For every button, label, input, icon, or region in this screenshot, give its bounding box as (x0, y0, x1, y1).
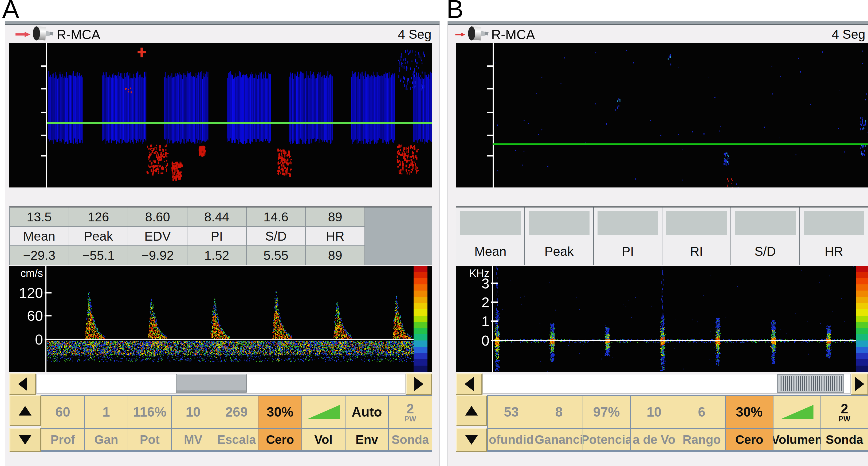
table-value-top: 8.44 (187, 208, 246, 226)
control-value-cell[interactable] (774, 396, 820, 428)
control-value-cell[interactable]: 8 (535, 396, 582, 428)
scroll-right-button[interactable] (406, 373, 432, 395)
control-value-cell[interactable]: 60 (41, 396, 84, 428)
table-label: S/D (731, 239, 799, 264)
depth-cursor-line[interactable] (493, 144, 868, 145)
control-value-cell[interactable]: 1 (85, 396, 128, 428)
depth-axis-tick (41, 65, 47, 67)
step-up-button[interactable] (9, 395, 41, 426)
table-value-box (804, 211, 864, 235)
volume-ramp-icon (780, 405, 813, 419)
control-label-cell[interactable]: Potencia (583, 429, 630, 450)
table-value-box (666, 211, 727, 235)
spectral-plot-canvas (47, 266, 413, 372)
value-stepper (9, 395, 41, 452)
down-triangle-icon (19, 435, 31, 445)
control-value-sub: PW (839, 415, 850, 423)
control-value-cell[interactable]: 116% (128, 396, 171, 428)
control-label-cell[interactable]: Pot (128, 429, 171, 450)
control-label-cell[interactable]: Prof (41, 429, 84, 450)
vessel-label: R-MCA (57, 27, 100, 42)
control-value-cell[interactable]: 269 (215, 396, 258, 428)
control-value: Auto (352, 404, 382, 420)
table-value-top: 126 (69, 208, 128, 226)
control-label-cell[interactable]: Volumen (774, 429, 820, 450)
control-value-cell[interactable]: Auto (345, 396, 389, 428)
table-column: Mean (456, 208, 524, 265)
scroll-left-button[interactable] (9, 373, 36, 395)
probe-icon (31, 25, 55, 44)
depth-axis-tick (41, 112, 47, 113)
control-label-cell[interactable]: Gan (85, 429, 128, 450)
table-value-top: 89 (306, 208, 365, 226)
scroll-right-button[interactable] (851, 373, 868, 395)
step-up-button[interactable] (456, 395, 487, 426)
control-label-cell[interactable]: Env (345, 429, 389, 450)
control-value-cell[interactable]: 97% (583, 396, 630, 428)
control-label-cell[interactable]: ofundid (488, 429, 535, 450)
control-value: 2 (841, 401, 848, 416)
table-value-bottom: −9.92 (128, 246, 187, 265)
control-label-cell[interactable]: MV (172, 429, 215, 450)
axis-tick (491, 340, 498, 341)
measurement-table: 13.5Mean−29.3126Peak−55.18.60EDV−9.928.4… (9, 207, 432, 265)
control-value: 10 (647, 404, 661, 420)
control-value: 269 (225, 404, 248, 420)
scrollbar-thumb[interactable] (176, 374, 247, 393)
control-value-cell[interactable]: 6 (678, 396, 725, 428)
control-label-cell[interactable]: Vol (302, 429, 345, 450)
table-value-box (460, 211, 521, 235)
control-value-cell[interactable] (302, 396, 345, 428)
control-label-cell[interactable]: Sonda (821, 429, 868, 450)
control-value: 30% (267, 404, 293, 420)
control-label-cell[interactable]: Sonda (389, 429, 432, 450)
table-column: HR (800, 208, 868, 265)
axis-tick-label: 2 (456, 294, 489, 311)
control-label-cell[interactable]: Cero (258, 429, 302, 450)
axis-tick (44, 315, 52, 316)
axis-tick (44, 339, 52, 340)
control-label-cell[interactable]: Escala (215, 429, 258, 450)
scroll-left-button[interactable] (456, 373, 483, 395)
control-label-cell[interactable]: Gananci (535, 429, 582, 450)
figure-label-a: A (2, 0, 19, 22)
table-label: Mean (10, 227, 69, 245)
step-down-button[interactable] (9, 428, 41, 452)
control-value-cell[interactable]: 10 (172, 396, 215, 428)
table-value-top: 13.5 (10, 208, 69, 226)
header-row: R-MCA 4 Seg (448, 25, 868, 43)
step-down-button[interactable] (456, 428, 487, 452)
table-value-box (529, 211, 589, 235)
zero-baseline (45, 339, 413, 340)
control-label-cell[interactable]: Cero (726, 429, 773, 450)
depth-axis-tick (487, 155, 493, 156)
control-value-cell[interactable]: 2PW (821, 396, 868, 428)
spectral-display: cm/s 120600 (9, 266, 432, 372)
control-value: 60 (56, 404, 70, 420)
figure-label-b: B (446, 0, 464, 22)
control-label-cell[interactable]: Rango (678, 429, 725, 450)
right-triangle-icon (414, 377, 424, 391)
control-label-cell[interactable]: a de Vo (631, 429, 678, 450)
velocity-axis (45, 266, 46, 372)
spectral-display: KHz 3210 (456, 266, 868, 372)
axis-tick (491, 302, 498, 303)
control-value-cell[interactable]: 30% (726, 396, 773, 428)
control-value-cell[interactable]: 53 (488, 396, 535, 428)
control-value-cell[interactable]: 10 (631, 396, 678, 428)
control-value-cell[interactable]: 2PW (389, 396, 432, 428)
axis-tick-label: 0 (456, 332, 489, 349)
table-value-top: 14.6 (247, 208, 305, 226)
table-value-bottom: 1.52 (187, 246, 246, 265)
table-value-box (597, 211, 658, 235)
doppler-window-b: R-MCA 4 Seg MeanPeakPIRIS/DHR KHz 3210 5… (447, 21, 868, 466)
control-value-cell[interactable]: 30% (258, 396, 302, 428)
spectral-plot-canvas (493, 266, 856, 372)
axis-tick-label: 3 (456, 275, 489, 291)
depth-cursor-line[interactable] (47, 122, 432, 124)
intensity-colorbar (856, 266, 868, 372)
scrollbar-thumb[interactable] (777, 374, 844, 393)
down-triangle-icon (465, 435, 478, 445)
mmode-display (9, 43, 432, 187)
table-label: HR (800, 239, 868, 264)
